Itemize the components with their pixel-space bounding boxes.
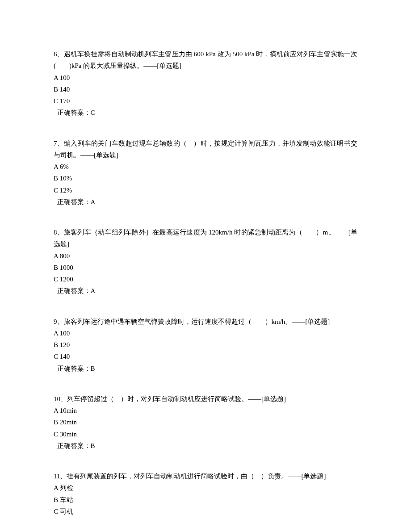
question-9: 9、旅客列车运行途中遇车辆空气弹簧故障时，运行速度不得超过（ ）km/h。——[… (54, 316, 357, 374)
option-c: C 30min (54, 428, 357, 440)
question-10: 10、列车停留超过（ ）时，对列车自动制动机应进行简略试验。——[单选题] A … (54, 393, 357, 452)
correct-answer: 正确答案：C (54, 107, 357, 118)
option-b: B 1000 (54, 262, 357, 273)
option-a: A 100 (54, 72, 357, 84)
option-c: C 170 (54, 95, 357, 107)
option-c: C 司机 (54, 506, 357, 517)
option-a: A 10min (54, 405, 357, 416)
option-a: A 6% (54, 161, 357, 172)
option-b: B 车站 (54, 494, 357, 506)
option-c: C 1200 (54, 273, 357, 285)
option-c: C 140 (54, 351, 357, 362)
question-7: 7、编入列车的关门车数超过现车总辆数的（ ）时，按规定计算闸瓦压力，并填发制动效… (54, 138, 357, 208)
correct-answer: 正确答案：B (54, 440, 357, 452)
option-b: B 140 (54, 84, 357, 95)
question-11: 11、挂有列尾装置的列车，对列车自动制动机进行简略试验时，由（ ）负责。——[单… (54, 470, 357, 517)
question-text: 6、遇机车换挂需将自动制动机列车主管压力由 600 kPa 改为 500 kPa… (54, 48, 357, 72)
correct-answer: 正确答案：A (54, 285, 357, 297)
question-text: 8、旅客列车｛动车组列车除外｝在最高运行速度为 120km/h 时的紧急制动距离… (54, 226, 357, 250)
option-b: B 10% (54, 172, 357, 184)
question-6: 6、遇机车换挂需将自动制动机列车主管压力由 600 kPa 改为 500 kPa… (54, 48, 357, 119)
question-text: 7、编入列车的关门车数超过现车总辆数的（ ）时，按规定计算闸瓦压力，并填发制动效… (54, 138, 357, 161)
option-b: B 20min (54, 416, 357, 428)
option-a: A 100 (54, 327, 357, 339)
question-8: 8、旅客列车｛动车组列车除外｝在最高运行速度为 120km/h 时的紧急制动距离… (54, 226, 357, 297)
option-b: B 120 (54, 339, 357, 351)
correct-answer: 正确答案：B (54, 363, 357, 374)
option-c: C 12% (54, 184, 357, 196)
question-text: 9、旅客列车运行途中遇车辆空气弹簧故障时，运行速度不得超过（ ）km/h。——[… (54, 316, 357, 327)
question-text: 10、列车停留超过（ ）时，对列车自动制动机应进行简略试验。——[单选题] (54, 393, 357, 405)
option-a: A 800 (54, 250, 357, 262)
correct-answer: 正确答案：A (54, 196, 357, 208)
question-text: 11、挂有列尾装置的列车，对列车自动制动机进行简略试验时，由（ ）负责。——[单… (54, 470, 357, 482)
option-a: A 列检 (54, 482, 357, 494)
